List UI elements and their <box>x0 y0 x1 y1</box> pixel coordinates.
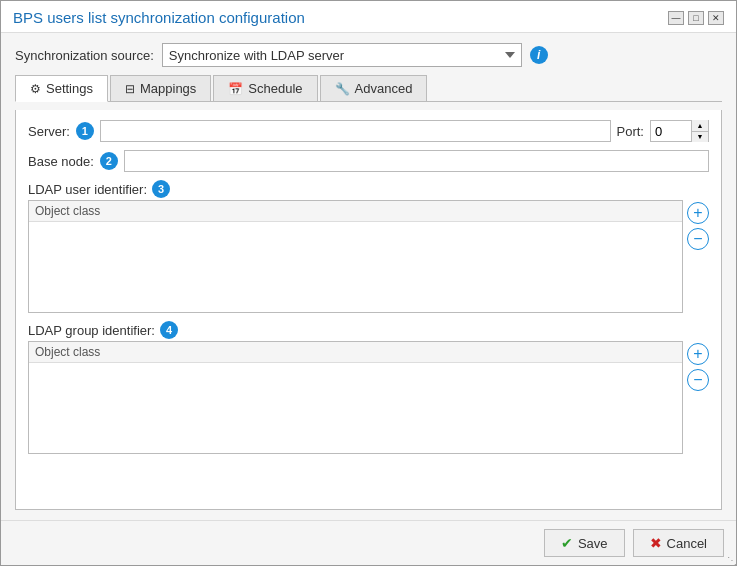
window-controls: — □ ✕ <box>668 11 724 25</box>
ldap-group-label-row: LDAP group identifier: 4 <box>28 321 709 339</box>
ldap-user-label: LDAP user identifier: <box>28 182 147 197</box>
save-check-icon: ✔ <box>561 535 573 551</box>
base-node-num-badge: 2 <box>100 152 118 170</box>
ldap-user-col-header: Object class <box>29 201 682 222</box>
server-label: Server: <box>28 124 70 139</box>
maximize-button[interactable]: □ <box>688 11 704 25</box>
port-spin-buttons: ▲ ▼ <box>691 120 708 142</box>
minimize-button[interactable]: — <box>668 11 684 25</box>
ldap-group-label: LDAP group identifier: <box>28 323 155 338</box>
port-label: Port: <box>617 124 644 139</box>
server-input[interactable] <box>100 120 611 142</box>
ldap-user-num-badge: 3 <box>152 180 170 198</box>
sync-source-row: Synchronization source: Synchronize with… <box>15 43 722 67</box>
close-button[interactable]: ✕ <box>708 11 724 25</box>
ldap-group-section: LDAP group identifier: 4 Object class + … <box>28 321 709 454</box>
cancel-x-icon: ✖ <box>650 535 662 551</box>
window-title: BPS users list synchronization configura… <box>13 9 305 26</box>
ldap-user-identifier-row: Object class + − <box>28 200 709 313</box>
content-area: Synchronization source: Synchronize with… <box>1 33 736 520</box>
tab-content-settings: Server: 1 Port: ▲ ▼ Base node: 2 <box>15 110 722 510</box>
server-row: Server: 1 Port: ▲ ▼ <box>28 120 709 142</box>
ldap-group-num-badge: 4 <box>160 321 178 339</box>
save-button[interactable]: ✔ Save <box>544 529 625 557</box>
tab-settings-label: Settings <box>46 81 93 96</box>
port-input[interactable] <box>651 121 691 141</box>
resize-handle[interactable]: ⋱ <box>725 554 737 566</box>
tab-schedule[interactable]: 📅 Schedule <box>213 75 317 101</box>
tab-settings[interactable]: ⚙ Settings <box>15 75 108 102</box>
ldap-group-side-buttons: + − <box>687 341 709 454</box>
ldap-group-identifier-row: Object class + − <box>28 341 709 454</box>
port-spinbox: ▲ ▼ <box>650 120 709 142</box>
base-node-input[interactable] <box>124 150 709 172</box>
server-num-badge: 1 <box>76 122 94 140</box>
advanced-tab-icon: 🔧 <box>335 82 350 96</box>
tab-advanced-label: Advanced <box>355 81 413 96</box>
ldap-group-identifier-box: Object class <box>28 341 683 454</box>
ldap-group-col-header: Object class <box>29 342 682 363</box>
ldap-group-remove-button[interactable]: − <box>687 369 709 391</box>
tab-mappings-label: Mappings <box>140 81 196 96</box>
info-icon[interactable]: i <box>530 46 548 64</box>
ldap-user-add-button[interactable]: + <box>687 202 709 224</box>
sync-source-select[interactable]: Synchronize with LDAP server <box>162 43 522 67</box>
tabs-container: ⚙ Settings ⊟ Mappings 📅 Schedule 🔧 Advan… <box>15 75 722 102</box>
base-node-label: Base node: <box>28 154 94 169</box>
tab-mappings[interactable]: ⊟ Mappings <box>110 75 211 101</box>
ldap-user-remove-button[interactable]: − <box>687 228 709 250</box>
ldap-user-box-body <box>29 222 682 312</box>
tab-schedule-label: Schedule <box>248 81 302 96</box>
mappings-tab-icon: ⊟ <box>125 82 135 96</box>
base-node-row: Base node: 2 <box>28 150 709 172</box>
tab-advanced[interactable]: 🔧 Advanced <box>320 75 428 101</box>
port-spin-up[interactable]: ▲ <box>692 120 708 132</box>
sync-source-label: Synchronization source: <box>15 48 154 63</box>
schedule-tab-icon: 📅 <box>228 82 243 96</box>
settings-tab-icon: ⚙ <box>30 82 41 96</box>
port-spin-down[interactable]: ▼ <box>692 132 708 143</box>
cancel-label: Cancel <box>667 536 707 551</box>
ldap-group-box-body <box>29 363 682 453</box>
ldap-group-add-button[interactable]: + <box>687 343 709 365</box>
save-label: Save <box>578 536 608 551</box>
ldap-user-identifier-box: Object class <box>28 200 683 313</box>
ldap-user-section: LDAP user identifier: 3 Object class + − <box>28 180 709 313</box>
bottom-bar: ✔ Save ✖ Cancel <box>1 520 736 565</box>
ldap-user-label-row: LDAP user identifier: 3 <box>28 180 709 198</box>
main-window: BPS users list synchronization configura… <box>0 0 737 566</box>
title-bar: BPS users list synchronization configura… <box>1 1 736 33</box>
cancel-button[interactable]: ✖ Cancel <box>633 529 724 557</box>
ldap-user-side-buttons: + − <box>687 200 709 313</box>
